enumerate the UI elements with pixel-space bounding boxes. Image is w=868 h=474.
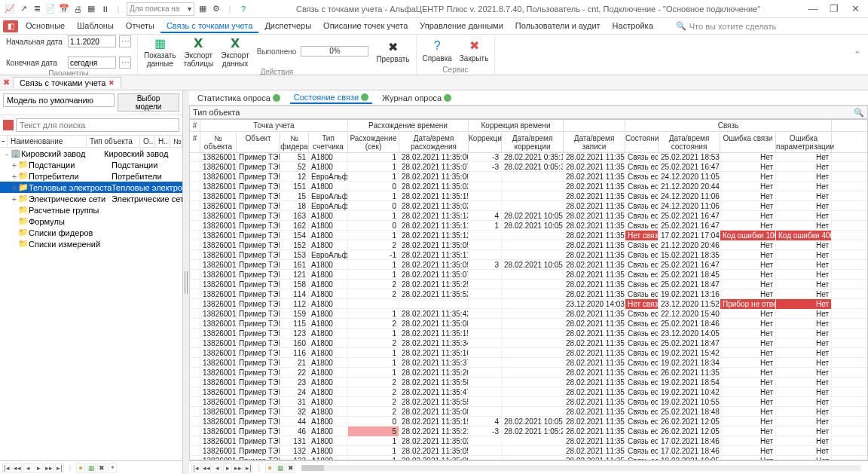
tree-row[interactable]: +📁Электрические сетиЭлектрические сети (0, 193, 182, 204)
nav-btn[interactable]: ★ (76, 463, 85, 472)
help-icon[interactable]: ? (238, 4, 249, 14)
col-header[interactable]: Коррекция (469, 133, 502, 152)
col-header[interactable]: Дата/время расхождения (399, 133, 469, 152)
col-header[interactable]: № объекта (200, 133, 237, 152)
menu-item[interactable]: Описание точек учета (317, 20, 414, 33)
nav-nextpage-icon[interactable]: ▸▸ (44, 463, 53, 472)
status-tab[interactable]: Состояние связи (290, 92, 372, 104)
start-date-input[interactable] (68, 35, 116, 47)
table-row[interactable]: 13826001Пример ТЭЦ15ЕвроАльфа 1.1128.02.… (190, 191, 867, 201)
group-header[interactable]: Коррекция времени (469, 120, 564, 131)
group-header[interactable]: Расхождение времени (348, 120, 469, 131)
nav-prev-icon[interactable]: ◂ (212, 463, 222, 472)
tree-search-input[interactable] (16, 118, 179, 132)
menu-item[interactable]: Отчеты (120, 20, 160, 33)
tree-row[interactable]: +📁ПодстанцииПодстанции (0, 159, 182, 170)
minimize-button[interactable]: — (808, 4, 818, 14)
col-header[interactable]: Тип счетчика (309, 133, 348, 152)
close-button[interactable]: ✕ (850, 4, 860, 14)
table-row[interactable]: 13826001Пример ТЭЦ31A1800228.02.2021 11:… (190, 397, 867, 407)
table-row[interactable]: 13826001Пример ТЭЦ12ЕвроАльфа 1.1128.02.… (190, 172, 867, 182)
end-date-input[interactable] (68, 57, 116, 69)
status-tab[interactable]: Журнал опроса (378, 93, 455, 103)
table-row[interactable]: 13826001Пример ТЭЦ121A1800128.02.2021 11… (190, 270, 867, 280)
table-row[interactable]: 13826001Пример ТЭЦ154A1800128.02.2021 11… (190, 231, 867, 240)
qa-icon[interactable]: ↗ (18, 4, 29, 14)
quick-search[interactable]: Для поиска на▾ (127, 2, 194, 16)
nav-btn[interactable]: ⌖ (108, 463, 117, 472)
clear-search-icon[interactable] (3, 120, 14, 130)
dropdown-icon[interactable]: ⋯ (119, 57, 131, 69)
table-row[interactable]: 13826001Пример ТЭЦ51A1800128.02.2021 11:… (190, 152, 867, 162)
col-header[interactable]: Расхождение (сек) (348, 133, 399, 152)
nav-btn[interactable]: ▦ (276, 463, 285, 472)
group-header[interactable] (564, 120, 625, 131)
col-header[interactable]: Состояние (625, 133, 659, 152)
table-row[interactable]: 13826001Пример ТЭЦ114A1800228.02.2021 11… (190, 289, 867, 299)
menu-item[interactable]: Шаблоны (71, 20, 120, 33)
col-header[interactable]: Н.. (155, 136, 170, 147)
nav-btn[interactable]: ✖ (97, 463, 106, 472)
close-tab-icon[interactable]: ✖ (108, 79, 115, 87)
table-row[interactable]: 13826001Пример ТЭЦ112A180023.12.2020 14:… (190, 299, 867, 309)
show-data-button[interactable]: ▦Показать данные (144, 35, 176, 68)
table-row[interactable]: 13826001Пример ТЭЦ23A1800228.02.2021 11:… (190, 378, 867, 387)
nav-next-icon[interactable]: ▸ (223, 463, 232, 472)
table-row[interactable]: 13826001Пример ТЭЦ163A1800128.02.2021 11… (190, 211, 867, 221)
qa-icon[interactable]: 📄 (45, 4, 56, 14)
app-badge[interactable]: ◧ (3, 20, 18, 32)
table-row[interactable]: 13826001Пример ТЭЦ132A1800128.02.2021 11… (190, 446, 867, 456)
col-header[interactable]: № (170, 136, 182, 147)
nav-btn[interactable]: ▦ (87, 463, 96, 472)
table-row[interactable]: 13826001Пример ТЭЦ162A1800028.02.2021 11… (190, 221, 867, 231)
model-input[interactable] (3, 93, 115, 107)
table-row[interactable]: 13826001Пример ТЭЦ32A1800228.02.2021 11:… (190, 407, 867, 417)
nav-next-icon[interactable]: ▸ (34, 463, 43, 472)
table-row[interactable]: 13826001Пример ТЭЦ153ЕвроАльфа 1.1-128.0… (190, 250, 867, 260)
menu-item[interactable]: Настройка (607, 20, 659, 33)
col-header[interactable]: Объект (237, 133, 280, 152)
table-row[interactable]: 13826001Пример ТЭЦ116A1800128.02.2021 11… (190, 348, 867, 358)
col-header[interactable]: О.. (140, 136, 155, 147)
tree-row[interactable]: 📁Расчетные группы (0, 204, 182, 216)
tree-row[interactable]: -🏢Кировский заводКировский завод (0, 148, 182, 159)
col-header[interactable]: Наименование (8, 136, 87, 147)
export-excel-button[interactable]: 𝗫Экспорт таблицы (184, 35, 214, 68)
tree-row[interactable]: 📁Формулы (0, 216, 182, 227)
col-header[interactable]: Дата/время записи (564, 133, 625, 152)
nav-first-icon[interactable]: |◂ (2, 463, 11, 472)
table-row[interactable]: 13826001Пример ТЭЦ46A1800528.02.2021 11:… (190, 427, 867, 436)
nav-btn[interactable]: ✖ (286, 463, 295, 472)
splitter[interactable] (183, 90, 189, 474)
table-row[interactable]: 13826001Пример ТЭЦ52A1800128.02.2021 11:… (190, 162, 867, 172)
table-row[interactable]: 13826001Пример ТЭЦ115A1800228.02.2021 11… (190, 319, 867, 329)
qa-icon[interactable]: ⏸ (99, 4, 110, 14)
close-all-icon[interactable]: ✖ (3, 78, 10, 87)
tree-row[interactable]: +📁Тепловые электростанцииТепловые электр… (0, 182, 182, 193)
table-row[interactable]: 13826001Пример ТЭЦ24A1800228.02.2021 11:… (190, 387, 867, 397)
qa-icon[interactable]: ≣ (32, 4, 42, 14)
dropdown-icon[interactable]: ⋯ (119, 35, 131, 47)
nav-nextpage-icon[interactable]: ▸▸ (234, 463, 243, 472)
tree-row[interactable]: 📁Списки измерений (0, 238, 182, 249)
table-row[interactable]: 13826001Пример ТЭЦ159A1800128.02.2021 11… (190, 309, 867, 319)
tree-row[interactable]: 📁Списки фидеров (0, 227, 182, 238)
doc-tab[interactable]: Связь с точками учета ✖ (13, 77, 121, 88)
menu-item[interactable]: Диспетчеры (258, 20, 317, 33)
gear-icon[interactable]: ⚙ (211, 4, 222, 14)
col-header[interactable]: Ошибка параметризации (776, 133, 832, 152)
nav-prev-icon[interactable]: ◂ (23, 463, 32, 472)
qa-icon[interactable]: 📅 (59, 4, 69, 14)
menu-item[interactable]: Пользователи и аудит (509, 20, 607, 33)
table-row[interactable]: 13826001Пример ТЭЦ152A1800228.02.2021 11… (190, 240, 867, 250)
nav-first-icon[interactable]: |◂ (191, 463, 200, 472)
qa-icon[interactable]: 📈 (5, 4, 15, 14)
table-row[interactable]: 13826001Пример ТЭЦ18ЕвроАльфа 1.1028.02.… (190, 201, 867, 211)
maximize-button[interactable]: ❐ (829, 4, 839, 14)
col-header[interactable]: Тип объекта (87, 136, 140, 147)
nav-prevpage-icon[interactable]: ◂◂ (13, 463, 22, 472)
col-header[interactable]: Дата/время состояния (659, 133, 720, 152)
menu-item[interactable]: Управление данными (414, 20, 509, 33)
menu-item[interactable]: Основные (20, 20, 71, 33)
col-header[interactable]: Дата/время коррекции (502, 133, 564, 152)
